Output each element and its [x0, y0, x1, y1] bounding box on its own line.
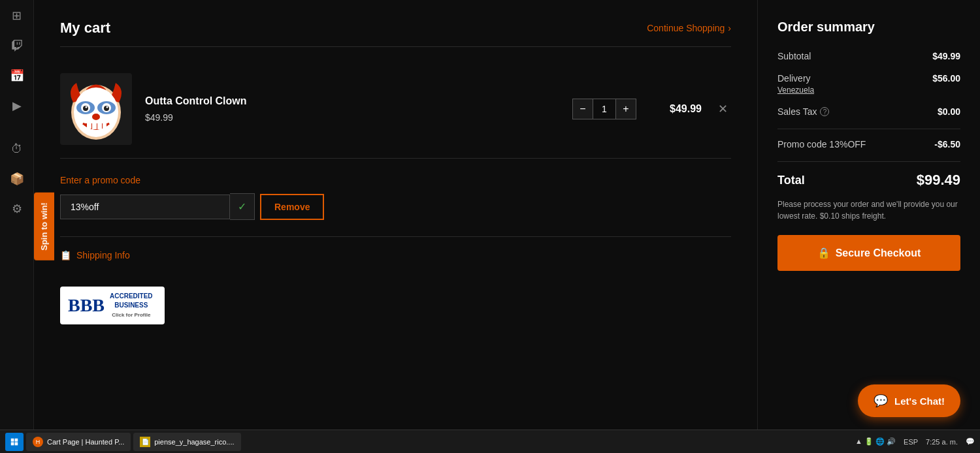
spin-widget[interactable]: Spin to win!	[34, 193, 54, 260]
item-name: Outta Control Clown	[145, 95, 559, 107]
start-button[interactable]	[5, 433, 24, 451]
bbb-text: ACCREDITEDBUSINESS Click for Profile	[110, 292, 153, 319]
delivery-country[interactable]: Venezuela	[777, 86, 814, 95]
svg-rect-11	[87, 123, 91, 129]
arrow-right-icon: ›	[728, 23, 731, 33]
bbb-badge[interactable]: BBB ACCREDITEDBUSINESS Click for Profile	[60, 287, 165, 324]
continue-shopping-link[interactable]: Continue Shopping ›	[647, 23, 731, 33]
total-row: Total $99.49	[777, 172, 960, 189]
shipping-icon: 📋	[60, 250, 71, 260]
promo-row: ✓ Remove	[60, 193, 731, 220]
sales-tax-value: $0.00	[938, 106, 960, 117]
promo-code-value: -$6.50	[934, 139, 960, 149]
lock-icon: 🔒	[817, 247, 830, 259]
calendar-icon[interactable]: 📅	[8, 67, 26, 85]
summary-title: Order summary	[777, 20, 960, 35]
promo-section: Enter a promo code ✓ Remove	[60, 159, 731, 237]
taskbar: H Cart Page | Haunted P... 📄 piense_y_ha…	[0, 430, 980, 453]
tab-pdf-label: piense_y_hagase_rico....	[154, 438, 234, 446]
tab-pdf-icon: 📄	[140, 437, 150, 447]
item-details: Outta Control Clown $49.99	[145, 95, 559, 123]
tax-label-wrap: Sales Tax ?	[777, 106, 829, 117]
total-label: Total	[777, 174, 805, 187]
play-icon[interactable]: ▶	[8, 97, 26, 115]
main-content: My cart Continue Shopping ›	[34, 0, 980, 453]
increase-quantity-button[interactable]: +	[616, 99, 636, 119]
item-total: $49.99	[649, 103, 702, 115]
language-indicator: ESP	[904, 438, 918, 446]
cart-header: My cart Continue Shopping ›	[60, 20, 731, 47]
taskbar-tab-pdf[interactable]: 📄 piense_y_hagase_rico....	[133, 433, 240, 451]
total-value: $99.49	[917, 172, 960, 189]
box-icon[interactable]: 📦	[8, 170, 26, 188]
item-image	[60, 73, 132, 145]
chat-icon: 💬	[874, 394, 888, 408]
taskbar-right: ▲ 🔋 🌐 🔊 ESP 7:25 a. m. 💬	[855, 437, 975, 446]
system-icons: ▲ 🔋 🌐 🔊	[855, 437, 896, 446]
clock-icon[interactable]: ⏱	[8, 140, 26, 158]
svg-point-9	[106, 106, 108, 108]
delivery-label: Delivery	[777, 73, 814, 84]
tab-cart-icon: H	[33, 437, 43, 447]
decrease-quantity-button[interactable]: −	[573, 99, 593, 119]
shipping-info-toggle[interactable]: 📋 Shipping Info	[60, 250, 731, 260]
svg-point-8	[86, 106, 88, 108]
live-chat-button[interactable]: 💬 Let's Chat!	[858, 384, 960, 417]
chat-taskbar-icon[interactable]: 💬	[966, 437, 975, 446]
settings-icon[interactable]: ⚙	[8, 200, 26, 218]
svg-point-10	[92, 114, 100, 120]
subtotal-row: Subtotal $49.99	[777, 51, 960, 61]
cart-item: Outta Control Clown $49.99 − 1 + $49.99 …	[60, 60, 731, 159]
svg-rect-12	[92, 123, 97, 129]
summary-divider	[777, 129, 960, 129]
summary-divider2	[777, 161, 960, 162]
svg-rect-14	[103, 123, 106, 129]
quantity-control: − 1 +	[572, 99, 636, 119]
delivery-value: $56.00	[932, 73, 960, 84]
svg-rect-13	[97, 123, 102, 129]
promo-remove-button[interactable]: Remove	[260, 194, 324, 220]
promo-check-icon: ✓	[230, 193, 255, 220]
subtotal-label: Subtotal	[777, 51, 811, 61]
item-price: $49.99	[145, 112, 559, 123]
tax-help-icon[interactable]: ?	[820, 107, 829, 116]
promo-code-label: Promo code 13%OFF	[777, 139, 866, 149]
tab-cart-label: Cart Page | Haunted P...	[47, 438, 124, 446]
sales-tax-label: Sales Tax	[777, 106, 817, 117]
sales-tax-row: Sales Tax ? $0.00	[777, 106, 960, 117]
freight-note: Please process your order and we'll prov…	[777, 198, 960, 222]
checkout-button[interactable]: 🔒 Secure Checkout	[777, 235, 960, 271]
cart-title: My cart	[60, 20, 110, 37]
shipping-section: 📋 Shipping Info	[60, 237, 731, 273]
taskbar-tab-cart[interactable]: H Cart Page | Haunted P...	[26, 433, 131, 451]
delivery-row: Delivery Venezuela $56.00	[777, 73, 960, 95]
promo-code-row: Promo code 13%OFF -$6.50	[777, 139, 960, 149]
promo-input[interactable]	[60, 195, 230, 219]
promo-label: Enter a promo code	[60, 175, 731, 185]
clock-display: 7:25 a. m.	[926, 438, 958, 446]
subtotal-value: $49.99	[932, 51, 960, 61]
twitch-icon[interactable]	[8, 37, 26, 55]
remove-item-button[interactable]: ✕	[715, 99, 731, 119]
cart-section: My cart Continue Shopping ›	[34, 0, 758, 453]
quantity-display: 1	[593, 99, 616, 119]
delivery-label-wrap: Delivery Venezuela	[777, 73, 814, 95]
grid-icon[interactable]: ⊞	[8, 7, 26, 25]
sidebar: ⊞ 📅 ▶ ⏱ 📦 ⚙ •••	[0, 0, 34, 453]
